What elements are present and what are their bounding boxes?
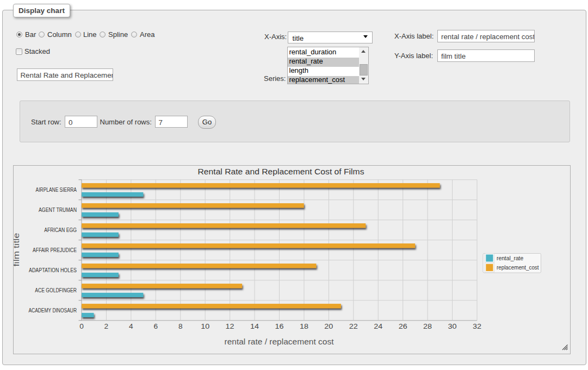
svg-text:ACADEMY DINOSAUR: ACADEMY DINOSAUR: [28, 308, 77, 313]
svg-text:8: 8: [178, 322, 183, 330]
svg-text:rental_rate: rental_rate: [497, 255, 523, 261]
svg-text:ACE GOLDFINGER: ACE GOLDFINGER: [35, 287, 77, 293]
svg-text:6: 6: [154, 322, 158, 330]
svg-text:24: 24: [374, 322, 382, 330]
svg-text:AFRICAN EGG: AFRICAN EGG: [44, 227, 77, 233]
svg-text:20: 20: [324, 322, 333, 330]
svg-text:12: 12: [226, 322, 234, 330]
svg-text:4: 4: [129, 322, 133, 330]
svg-text:replacement_cost: replacement_cost: [497, 264, 539, 271]
svg-text:AFFAIR PREJUDICE: AFFAIR PREJUDICE: [33, 247, 77, 253]
svg-text:Rental Rate and Replacement Co: Rental Rate and Replacement Cost of Film…: [198, 167, 364, 176]
svg-text:0: 0: [79, 322, 84, 330]
svg-text:AGENT TRUMAN: AGENT TRUMAN: [39, 207, 77, 213]
svg-text:AIRPLANE SIERRA: AIRPLANE SIERRA: [36, 187, 77, 193]
svg-text:30: 30: [448, 322, 457, 330]
svg-text:14: 14: [250, 322, 259, 330]
svg-text:32: 32: [473, 322, 481, 330]
svg-text:rental rate / replacement cost: rental rate / replacement cost: [225, 337, 334, 346]
svg-text:16: 16: [275, 322, 284, 330]
svg-text:10: 10: [201, 322, 209, 330]
svg-text:2: 2: [104, 322, 109, 330]
svg-text:22: 22: [349, 322, 358, 330]
svg-text:ADAPTATION HOLES: ADAPTATION HOLES: [29, 267, 77, 273]
svg-text:film title: film title: [14, 233, 21, 266]
svg-text:18: 18: [300, 322, 308, 330]
svg-text:28: 28: [423, 322, 432, 330]
svg-text:26: 26: [399, 322, 407, 330]
